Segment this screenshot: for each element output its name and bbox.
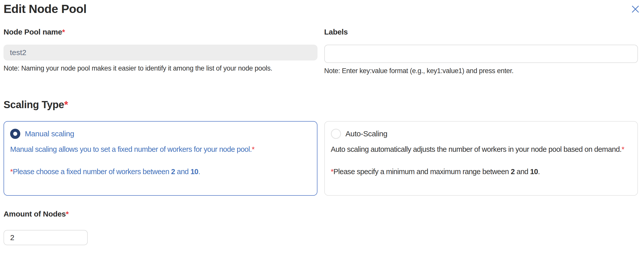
node-pool-name-note: Note: Naming your node pool makes it eas… (4, 64, 317, 73)
manual-scaling-radio-row: Manual scaling (10, 129, 309, 139)
required-asterisk: * (621, 145, 624, 153)
labels-input[interactable] (324, 45, 638, 63)
scaling-type-heading: Scaling Type* (4, 98, 638, 111)
required-asterisk: * (66, 210, 68, 218)
auto-scaling-description: Auto scaling automatically adjusts the n… (331, 144, 630, 155)
amount-of-nodes-label: Amount of Nodes* (4, 209, 638, 219)
labels-note: Note: Enter key:value format (e.g., key1… (324, 67, 638, 75)
required-asterisk: * (62, 28, 65, 36)
page-title: Edit Node Pool (4, 2, 638, 16)
auto-scaling-radio-unselected[interactable] (331, 129, 341, 139)
required-asterisk: * (252, 145, 255, 153)
edit-node-pool-modal: Edit Node Pool Node Pool name* Note: Nam… (0, 0, 644, 264)
scaling-options-row: Manual scaling Manual scaling allows you… (4, 121, 638, 196)
min-range-value: 2 (511, 168, 514, 176)
auto-scaling-radio-row: Auto-Scaling (331, 129, 630, 139)
manual-scaling-constraint: *Please choose a fixed number of workers… (10, 166, 309, 177)
min-workers-value: 2 (171, 168, 175, 176)
manual-scaling-description: Manual scaling allows you to set a fixed… (10, 144, 309, 155)
auto-scaling-radio-label: Auto-Scaling (346, 129, 387, 139)
labels-label: Labels (324, 27, 638, 37)
required-asterisk: * (331, 168, 334, 176)
fields-row: Node Pool name* Note: Naming your node p… (4, 27, 638, 75)
auto-scaling-constraint: *Please specify a minimum and maximum ra… (331, 166, 630, 177)
close-icon (631, 5, 639, 13)
close-button[interactable] (630, 4, 640, 14)
required-asterisk: * (10, 168, 13, 176)
node-pool-name-label: Node Pool name* (4, 27, 317, 37)
manual-scaling-option-card[interactable]: Manual scaling Manual scaling allows you… (4, 121, 317, 196)
labels-field: Labels Note: Enter key:value format (e.g… (324, 27, 638, 75)
max-range-value: 10 (530, 168, 538, 176)
node-pool-name-input[interactable] (4, 45, 317, 60)
amount-of-nodes-input[interactable] (4, 230, 88, 245)
manual-scaling-radio-label: Manual scaling (25, 129, 74, 139)
max-workers-value: 10 (190, 168, 198, 176)
required-asterisk: * (64, 99, 68, 110)
node-pool-name-field: Node Pool name* Note: Naming your node p… (4, 27, 317, 75)
auto-scaling-option-card[interactable]: Auto-Scaling Auto scaling automatically … (324, 121, 638, 196)
manual-scaling-radio-selected[interactable] (10, 129, 20, 139)
